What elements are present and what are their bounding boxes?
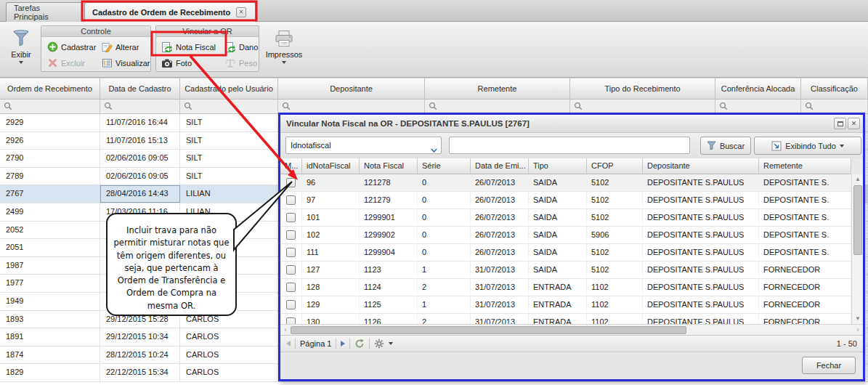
table-cell[interactable]: 111 <box>302 244 360 261</box>
table-cell[interactable]: ENTRADA <box>529 279 587 296</box>
column-filter-input[interactable] <box>715 100 801 114</box>
refresh-icon[interactable] <box>354 339 365 349</box>
table-cell[interactable]: SAIDA <box>529 192 587 208</box>
table-cell[interactable]: 28/12/2015 10:24 <box>100 346 180 364</box>
row-checkbox[interactable] <box>286 248 296 257</box>
table-cell[interactable]: ENTRADA <box>529 296 587 313</box>
table-cell[interactable]: DEPOSITANTE S.PAULUS <box>643 192 759 208</box>
table-cell[interactable]: 5102 <box>587 244 643 261</box>
alterar-button[interactable]: Alterar <box>98 39 142 54</box>
table-cell[interactable]: 1102 <box>587 296 643 313</box>
exibir-button[interactable]: Exibir <box>4 26 38 72</box>
column-header[interactable]: Tipo do Recebimento <box>570 78 715 100</box>
column-filter-input[interactable] <box>0 100 100 114</box>
table-cell[interactable]: 1829 <box>0 364 100 381</box>
column-header[interactable]: Ordem de Recebimento <box>0 78 100 100</box>
table-row[interactable]: 96121278026/07/2013SAIDA5102DEPOSITANTE … <box>280 174 851 192</box>
table-cell[interactable]: DEPOSITANTE S.PAULUS <box>643 227 759 243</box>
scroll-right-icon[interactable]: › <box>853 325 863 336</box>
table-cell[interactable]: 127 <box>302 262 360 278</box>
table-cell[interactable]: 02/06/2016 09:05 <box>100 168 180 185</box>
table-cell[interactable]: 5102 <box>587 192 643 208</box>
dano-button[interactable]: Dano <box>222 39 261 54</box>
table-cell[interactable]: 5102 <box>587 174 643 191</box>
table-cell[interactable]: CARLOS <box>180 328 278 346</box>
next-page-icon[interactable] <box>341 341 345 346</box>
table-cell[interactable]: 1874 <box>0 346 100 364</box>
table-cell[interactable]: 1102 <box>587 314 643 324</box>
exibindo-tudo-dropdown[interactable]: Exibindo Tudo <box>754 137 861 155</box>
column-header[interactable]: Nota Fiscal <box>360 158 418 174</box>
fechar-button[interactable]: Fechar <box>802 357 856 374</box>
table-cell[interactable]: 2790 <box>0 150 100 167</box>
table-cell[interactable]: 1125 <box>360 296 418 313</box>
table-cell[interactable]: 26/07/2013 <box>471 227 529 243</box>
excluir-button[interactable]: Excluir <box>44 55 88 70</box>
table-cell[interactable]: 2 <box>418 314 471 324</box>
table-cell[interactable]: 1 <box>418 296 471 313</box>
column-filter-input[interactable] <box>570 100 715 114</box>
table-cell[interactable]: 128 <box>302 279 360 296</box>
close-window-button[interactable]: ✕ <box>848 118 860 129</box>
table-cell[interactable]: CARLOS <box>180 364 278 381</box>
table-cell[interactable]: 31/07/2013 <box>471 262 529 278</box>
row-checkbox[interactable] <box>286 195 296 205</box>
row-checkbox[interactable] <box>286 317 296 324</box>
column-filter-input[interactable] <box>180 100 278 114</box>
table-cell[interactable]: 2051 <box>0 239 100 256</box>
table-row[interactable]: 97121279026/07/2013SAIDA5102DEPOSITANTE … <box>280 192 851 209</box>
table-cell[interactable]: DEPOSITANTE S. <box>759 209 851 226</box>
table-cell[interactable]: 2789 <box>0 168 100 185</box>
table-cell[interactable]: 2 <box>418 279 471 296</box>
column-header[interactable]: Remetente <box>425 78 570 100</box>
table-row[interactable]: 1301126231/07/2013ENTRADA1102DEPOSITANTE… <box>280 314 851 324</box>
column-header[interactable]: Depositante <box>278 78 425 100</box>
peso-button[interactable]: Peso <box>222 55 260 70</box>
table-cell[interactable]: 11/07/2016 15:13 <box>100 132 180 150</box>
row-checkbox[interactable] <box>286 213 296 222</box>
table-cell[interactable]: DEPOSITANTE S.PAULUS <box>643 279 759 296</box>
column-header[interactable]: Tipo <box>529 158 587 174</box>
search-input[interactable] <box>449 137 690 154</box>
table-cell[interactable]: DEPOSITANTE S. <box>759 227 851 243</box>
table-cell[interactable]: SILT <box>180 114 278 131</box>
table-cell[interactable]: 1893 <box>0 311 100 328</box>
column-header[interactable]: Data de Emi... <box>471 158 529 174</box>
table-cell[interactable]: 1987 <box>0 257 100 275</box>
scrollbar-thumb[interactable] <box>291 326 686 334</box>
table-cell[interactable]: 02/06/2016 09:05 <box>100 150 180 167</box>
table-cell[interactable]: 1891 <box>0 328 100 346</box>
table-cell[interactable]: 2929 <box>0 114 100 131</box>
visualizar-button[interactable]: Visualizar <box>98 55 153 70</box>
table-cell[interactable]: 97 <box>302 192 360 208</box>
table-cell[interactable]: 1299901 <box>360 209 418 226</box>
nota-fiscal-button[interactable]: Nota Fiscal <box>158 39 219 54</box>
table-cell[interactable]: FORNECEDOR <box>759 279 851 296</box>
table-row[interactable]: 1271123131/07/2013SAIDA5102DEPOSITANTE S… <box>280 262 851 279</box>
table-cell[interactable]: 5102 <box>587 209 643 226</box>
scroll-up-icon[interactable]: ▲ <box>852 174 864 185</box>
column-header[interactable]: Data de Cadastro <box>100 78 180 100</box>
table-cell[interactable]: DEPOSITANTE S. <box>759 244 851 261</box>
tab-cadastro-ordem-recebimento[interactable]: Cadastro de Ordem de Recebimento ✕ <box>84 2 256 22</box>
table-cell[interactable]: 26/07/2013 <box>471 174 529 191</box>
table-cell[interactable]: FORNECEDOR <box>759 314 851 324</box>
table-cell[interactable]: DEPOSITANTE S.PAULUS <box>643 209 759 226</box>
row-checkbox[interactable] <box>286 283 296 292</box>
table-cell[interactable]: 0 <box>418 227 471 243</box>
table-cell[interactable]: DEPOSITANTE S.PAULUS <box>643 314 759 324</box>
gear-icon[interactable] <box>374 339 384 349</box>
vertical-scrollbar[interactable]: ▲ ▼ <box>851 174 863 324</box>
table-cell[interactable]: DEPOSITANTE S.PAULUS <box>643 174 759 191</box>
column-header[interactable]: Série <box>418 158 471 174</box>
column-header[interactable]: Classificação <box>801 78 868 100</box>
table-row[interactable]: 1281124231/07/2013ENTRADA1102DEPOSITANTE… <box>280 279 851 296</box>
scrollbar-thumb[interactable] <box>853 185 862 255</box>
column-filter-input[interactable] <box>278 100 425 114</box>
scroll-down-icon[interactable]: ▼ <box>852 314 864 324</box>
table-cell[interactable]: SAIDA <box>529 209 587 226</box>
table-cell[interactable]: 26/07/2013 <box>471 209 529 226</box>
table-cell[interactable]: FORNECEDOR <box>759 296 851 313</box>
table-cell[interactable]: 1299904 <box>360 244 418 261</box>
cadastrar-button[interactable]: Cadastrar <box>44 39 99 54</box>
